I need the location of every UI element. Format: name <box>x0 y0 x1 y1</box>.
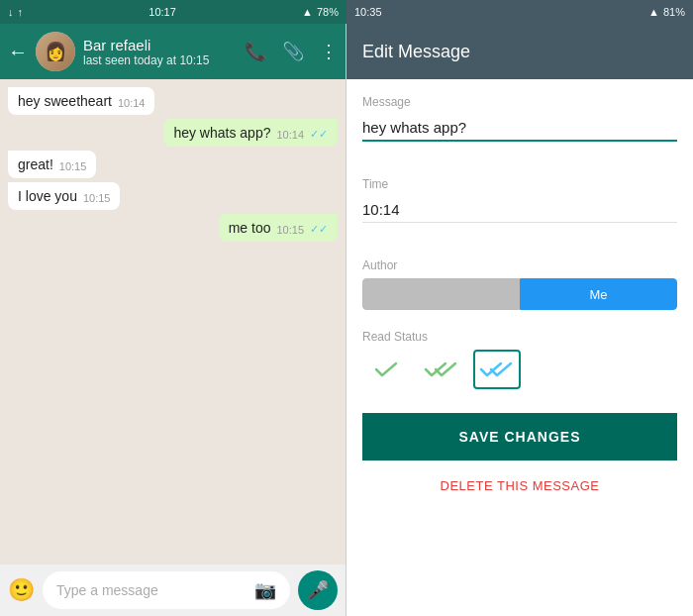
read-status-field-group: Read Status <box>362 330 677 389</box>
bubble-time: 10:15 <box>59 160 87 172</box>
author-group: Me <box>362 278 677 310</box>
bubble-text: I love you <box>18 188 77 204</box>
header-actions: 📞 📎 ⋮ <box>245 41 338 62</box>
bubble-time: 10:14 <box>276 129 304 141</box>
message-row: hey whats app? 10:14 ✓✓ <box>8 119 338 147</box>
author-field-group: Author Me <box>362 258 677 310</box>
author-label: Author <box>362 258 677 272</box>
left-status-right: ▲ 78% <box>302 6 339 18</box>
message-input[interactable] <box>362 115 677 142</box>
left-status-icons: ↓ ↑ <box>8 6 23 18</box>
camera-icon[interactable]: 📷 <box>254 579 276 601</box>
wifi-icon: ▲ <box>302 6 313 18</box>
contact-info: Bar refaeli last seen today at 10:15 <box>83 37 237 67</box>
battery-right: 81% <box>663 6 685 18</box>
bubble-received: I love you 10:15 <box>8 182 120 210</box>
message-row: me too 10:15 ✓✓ <box>8 214 338 242</box>
bubble-received: great! 10:15 <box>8 151 96 178</box>
more-icon[interactable]: ⋮ <box>320 41 338 62</box>
mic-icon: 🎤 <box>307 579 329 601</box>
bubble-text: me too <box>229 220 271 236</box>
time-input[interactable] <box>362 197 677 223</box>
time-label: Time <box>362 177 677 191</box>
read-status-label: Read Status <box>362 330 677 344</box>
edit-panel: Edit Message Message Time Author Me <box>346 24 693 616</box>
chat-messages: hey sweetheart 10:14 hey whats app? 10:1… <box>0 79 346 565</box>
single-check-icon <box>372 359 400 379</box>
author-other-btn[interactable] <box>362 278 520 310</box>
read-status-options <box>362 350 677 389</box>
down-arrow-icon: ↓ <box>8 6 14 18</box>
contact-status: last seen today at 10:15 <box>83 53 237 67</box>
save-changes-button[interactable]: SAVE CHANGES <box>362 413 677 461</box>
status-bar-right: 10:35 ▲ 81% <box>346 0 693 24</box>
tick-icon: ✓✓ <box>310 223 328 236</box>
message-field-group: Message <box>362 95 677 157</box>
contact-name: Bar refaeli <box>83 37 237 53</box>
status-single-tick[interactable] <box>362 350 410 389</box>
edit-header: Edit Message <box>346 24 693 79</box>
bubble-time: 10:15 <box>83 192 111 204</box>
attach-icon[interactable]: 📎 <box>282 41 304 62</box>
back-button[interactable]: ← <box>8 41 28 63</box>
blue-double-check-icon <box>479 359 515 379</box>
message-input-wrapper[interactable]: Type a message 📷 <box>43 571 290 609</box>
status-blue-double-tick[interactable] <box>473 350 521 389</box>
bubble-text: hey sweetheart <box>18 93 112 109</box>
message-row: great! 10:15 <box>8 151 338 178</box>
author-me-btn[interactable]: Me <box>520 278 677 310</box>
up-arrow-icon: ↑ <box>18 6 24 18</box>
time-field-group: Time <box>362 177 677 239</box>
double-check-icon <box>424 359 459 379</box>
emoji-icon[interactable]: 🙂 <box>8 577 35 603</box>
tick-icon: ✓✓ <box>310 128 328 141</box>
bubble-sent: me too 10:15 ✓✓ <box>219 214 338 242</box>
wifi-icon-right: ▲ <box>648 6 659 18</box>
status-double-tick[interactable] <box>418 350 465 389</box>
battery-left: 78% <box>317 6 339 18</box>
chat-header: ← 👩 Bar refaeli last seen today at 10:15… <box>0 24 346 79</box>
bubble-time: 10:14 <box>118 97 146 109</box>
bubble-received: hey sweetheart 10:14 <box>8 87 154 115</box>
message-label: Message <box>362 95 677 109</box>
message-row: hey sweetheart 10:14 <box>8 87 338 115</box>
bubble-sent: hey whats app? 10:14 ✓✓ <box>163 119 338 147</box>
bubble-text: great! <box>18 156 53 172</box>
avatar-image: 👩 <box>36 32 75 71</box>
input-bar: 🙂 Type a message 📷 🎤 <box>0 565 346 616</box>
right-status-icons: ▲ 81% <box>648 6 685 18</box>
mic-button[interactable]: 🎤 <box>298 570 338 610</box>
right-time: 10:35 <box>354 6 382 18</box>
left-time: 10:17 <box>148 6 176 18</box>
avatar: 👩 <box>36 32 75 71</box>
chat-panel: ← 👩 Bar refaeli last seen today at 10:15… <box>0 24 346 616</box>
edit-title: Edit Message <box>362 42 470 62</box>
edit-content: Message Time Author Me Read Status <box>346 79 693 616</box>
message-row: I love you 10:15 <box>8 182 338 210</box>
delete-message-button[interactable]: DELETE THIS MESSAGE <box>362 478 677 493</box>
bubble-time: 10:15 <box>276 224 304 236</box>
bubble-text: hey whats app? <box>173 125 270 141</box>
status-bar-left: ↓ ↑ 10:17 ▲ 78% <box>0 0 346 24</box>
phone-icon[interactable]: 📞 <box>245 41 266 62</box>
message-placeholder: Type a message <box>56 582 247 598</box>
